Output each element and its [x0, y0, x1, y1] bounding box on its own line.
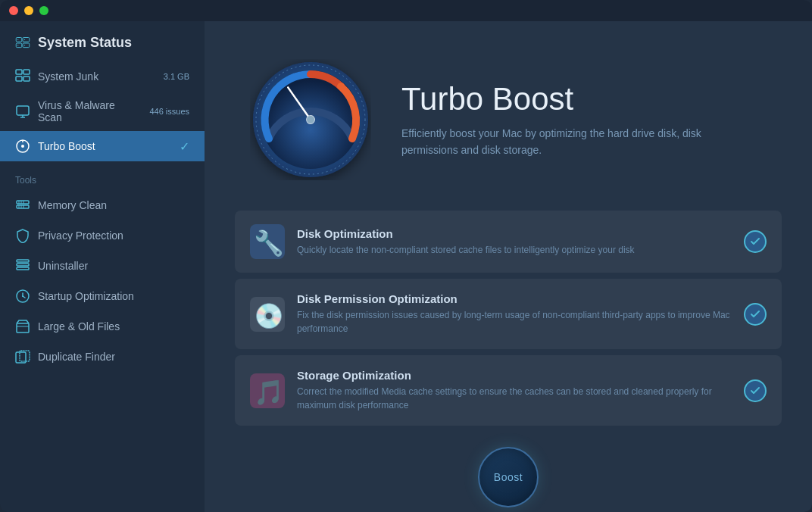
- sidebar-item-label: Turbo Boost: [38, 140, 172, 152]
- sidebar-item-privacy-protection[interactable]: Privacy Protection: [0, 220, 205, 251]
- sidebar-item-label: Privacy Protection: [38, 229, 189, 242]
- svg-rect-3: [23, 43, 30, 48]
- storage-optimization-check: [744, 379, 767, 402]
- close-button[interactable]: [9, 6, 18, 15]
- card-title: Disk Optimization: [297, 227, 732, 240]
- sidebar-item-label: Memory Clean: [38, 199, 189, 211]
- svg-rect-27: [17, 264, 29, 266]
- sidebar-item-label: Virus & Malware Scan: [38, 99, 142, 123]
- gauge-svg: [250, 59, 371, 180]
- hero-section: Turbo Boost Efficiently boost your Mac b…: [205, 21, 812, 211]
- svg-text:🔧: 🔧: [254, 229, 284, 258]
- card-description: Correct the modified Media cache setting…: [297, 385, 732, 412]
- card-text-storage-optimization: Storage Optimization Correct the modifie…: [297, 369, 732, 412]
- svg-rect-28: [17, 267, 29, 270]
- card-title: Disk Permission Optimization: [297, 292, 732, 305]
- disk-optimization-check: [744, 230, 767, 253]
- disk-permission-icon: 💿: [250, 297, 285, 332]
- hero-description: Efficiently boost your Mac by optimizing…: [401, 125, 735, 159]
- card-text-disk-permission: Disk Permission Optimization Fix the dis…: [297, 292, 732, 336]
- storage-optimization-card: 🎵 Storage Optimization Correct the modif…: [235, 355, 782, 426]
- svg-point-16: [21, 145, 24, 148]
- sidebar-item-turbo-boost[interactable]: Turbo Boost ✓: [0, 131, 205, 161]
- gauge-container: [250, 59, 371, 180]
- sidebar-item-badge: 3.1 GB: [164, 72, 189, 81]
- card-title: Storage Optimization: [297, 369, 732, 382]
- app-title: System Status: [38, 35, 132, 51]
- sidebar-item-large-old-files[interactable]: Large & Old Files: [0, 311, 205, 342]
- svg-rect-10: [16, 76, 22, 81]
- minimize-button[interactable]: [24, 6, 33, 15]
- sidebar-item-badge: 446 issues: [149, 107, 189, 116]
- cards-section: 🔧 Disk Optimization Quickly locate the n…: [205, 211, 812, 432]
- tools-nav: Memory Clean Privacy Protection: [0, 190, 205, 372]
- large-old-files-icon: [15, 319, 30, 334]
- privacy-protection-icon: [15, 228, 30, 243]
- svg-text:💿: 💿: [254, 301, 284, 330]
- app-window: System Status System Junk 3.1 GB: [0, 0, 812, 512]
- sidebar-item-memory-clean[interactable]: Memory Clean: [0, 190, 205, 220]
- hero-title: Turbo Boost: [401, 81, 767, 117]
- sidebar-item-duplicate-finder[interactable]: Duplicate Finder: [0, 342, 205, 372]
- svg-rect-1: [16, 43, 22, 48]
- sidebar-item-startup-optimization[interactable]: Startup Optimization: [0, 281, 205, 311]
- card-description: Quickly locate the non-compliant stored …: [297, 243, 732, 257]
- svg-rect-26: [17, 260, 29, 262]
- sidebar-item-label: Uninstaller: [38, 260, 189, 272]
- svg-rect-31: [17, 323, 29, 332]
- boost-section: Boost: [205, 432, 812, 512]
- svg-text:🎵: 🎵: [254, 378, 284, 407]
- startup-optimization-icon: [15, 289, 30, 304]
- duplicate-finder-icon: [15, 349, 30, 364]
- check-icon: ✓: [180, 139, 189, 154]
- sidebar: System Status System Junk 3.1 GB: [0, 21, 205, 512]
- storage-optimization-icon: 🎵: [250, 373, 285, 408]
- main-content: Turbo Boost Efficiently boost your Mac b…: [205, 21, 812, 512]
- uninstaller-icon: [15, 258, 30, 273]
- memory-clean-icon: [15, 198, 30, 213]
- disk-permission-check: [744, 303, 767, 326]
- svg-point-30: [22, 295, 23, 297]
- card-text-disk-optimization: Disk Optimization Quickly locate the non…: [297, 227, 732, 257]
- sidebar-item-uninstaller[interactable]: Uninstaller: [0, 251, 205, 281]
- app-icon: [15, 36, 30, 51]
- sidebar-item-label: Startup Optimization: [38, 290, 189, 302]
- system-junk-icon: [15, 69, 30, 84]
- virus-malware-icon: [15, 104, 30, 119]
- svg-rect-2: [23, 37, 30, 42]
- turbo-boost-icon: [15, 139, 30, 154]
- svg-point-40: [307, 116, 314, 123]
- sidebar-item-label: Large & Old Files: [38, 320, 189, 332]
- card-description: Fix the disk permission issues caused by…: [297, 308, 732, 336]
- svg-point-4: [17, 39, 18, 39]
- svg-rect-12: [17, 106, 29, 115]
- sidebar-item-virus-malware[interactable]: Virus & Malware Scan 446 issues: [0, 92, 205, 131]
- boost-button[interactable]: Boost: [478, 447, 539, 507]
- hero-text: Turbo Boost Efficiently boost your Mac b…: [401, 81, 767, 159]
- sidebar-item-label: System Junk: [38, 70, 156, 83]
- maximize-button[interactable]: [39, 6, 48, 15]
- svg-point-5: [17, 45, 18, 45]
- svg-point-6: [24, 39, 25, 39]
- title-bar: [0, 0, 812, 21]
- svg-rect-19: [17, 205, 29, 208]
- disk-optimization-icon: 🔧: [250, 224, 285, 259]
- svg-point-7: [24, 45, 25, 45]
- svg-rect-0: [16, 37, 22, 42]
- sidebar-item-system-junk[interactable]: System Junk 3.1 GB: [0, 61, 205, 92]
- sidebar-nav: System Junk 3.1 GB Virus & Malware Scan …: [0, 61, 205, 161]
- tools-section-label: Tools: [0, 161, 205, 190]
- svg-rect-8: [16, 70, 22, 74]
- sidebar-header: System Status: [0, 21, 205, 61]
- disk-permission-card: 💿 Disk Permission Optimization Fix the d…: [235, 279, 782, 349]
- disk-optimization-card: 🔧 Disk Optimization Quickly locate the n…: [235, 211, 782, 273]
- svg-rect-11: [23, 76, 30, 81]
- svg-rect-18: [17, 201, 29, 204]
- main-layout: System Status System Junk 3.1 GB: [0, 21, 812, 512]
- sidebar-item-label: Duplicate Finder: [38, 351, 189, 363]
- svg-rect-9: [23, 70, 30, 74]
